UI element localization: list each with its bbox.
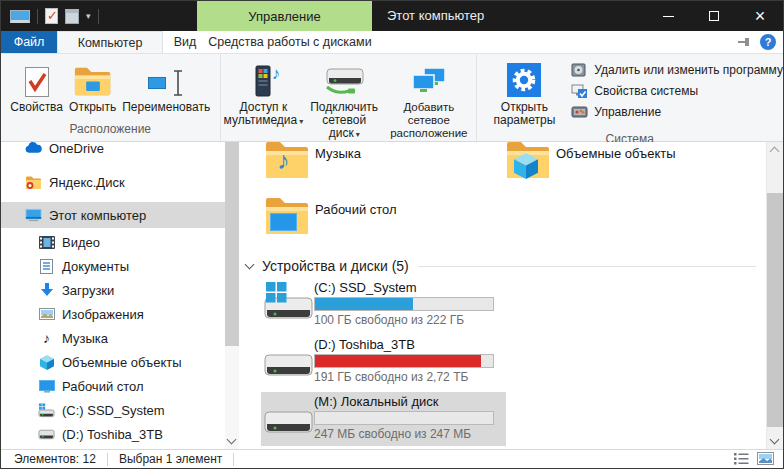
open-settings-label: Открыть параметры xyxy=(494,101,556,127)
open-button[interactable]: Открыть xyxy=(66,57,119,117)
maximize-button[interactable] xyxy=(691,1,737,31)
settings-gear-icon xyxy=(507,60,541,97)
uninstall-program-button[interactable]: Удалить или изменить программу xyxy=(570,62,783,78)
sidebar-item-desktop[interactable]: Рабочий стол xyxy=(1,374,225,398)
sidebar-item-label: OneDrive xyxy=(49,142,104,156)
open-settings-button[interactable]: Открыть параметры xyxy=(491,57,559,130)
drive-free-space: 100 ГБ свободно из 222 ГБ xyxy=(314,313,494,327)
desktop-icon xyxy=(38,378,55,395)
sidebar-item-drive-d[interactable]: (D:) Toshiba_3TB xyxy=(1,422,225,446)
dropdown-caret-icon: ▾ xyxy=(356,130,360,139)
sidebar-item-videos[interactable]: Видео xyxy=(1,230,225,254)
sidebar-scrollbar[interactable] xyxy=(225,142,239,449)
add-network-location-button[interactable]: Добавить сетевое расположение xyxy=(382,57,475,143)
uninstall-program-icon xyxy=(570,62,588,78)
folder-icon xyxy=(506,142,550,180)
manage-button[interactable]: Управление xyxy=(570,104,661,120)
ribbon-group-system: Открыть параметры Удалить или изменить п… xyxy=(476,54,783,141)
drive-usage-fill xyxy=(315,298,413,310)
sidebar-item-label: (C:) SSD_System xyxy=(62,403,165,418)
sidebar-item-label: Яндекс.Диск xyxy=(49,175,125,190)
maximize-icon xyxy=(709,11,719,21)
contextual-tab-header-manage[interactable]: Управление xyxy=(197,1,372,31)
drive-usage-bar xyxy=(314,297,494,311)
music-note-icon: ♪ xyxy=(272,67,281,80)
music-note-icon: ♪ xyxy=(277,146,290,175)
properties-label: Свойства xyxy=(10,101,63,114)
folder-tile-desktop[interactable]: Рабочий стол xyxy=(261,195,501,247)
sidebar-item-label: Видео xyxy=(62,235,100,250)
sidebar-item-drive-c[interactable]: (C:) SSD_System xyxy=(1,398,225,422)
media-access-button[interactable]: ♪ Доступ к мультимедиа▾ xyxy=(221,57,307,131)
this-pc-icon[interactable] xyxy=(10,10,30,23)
folder-label: Объемные объекты xyxy=(556,146,676,161)
group-label-location: Расположение xyxy=(1,120,220,141)
tab-view[interactable]: Вид xyxy=(163,31,207,53)
ribbon: Свойства Открыть xyxy=(1,54,783,142)
qat-separator xyxy=(37,9,38,24)
rename-button[interactable]: Переименовать xyxy=(119,57,213,117)
details-view-button[interactable] xyxy=(734,452,749,468)
rename-icon xyxy=(148,60,185,97)
system-properties-label: Свойства системы xyxy=(594,84,698,98)
map-network-drive-button[interactable]: Подключить сетевой диск▾ xyxy=(306,57,382,144)
drive-tile-m-selected[interactable]: (M:) Локальный диск 247 МБ свободно из 2… xyxy=(261,392,506,446)
sidebar-item-music[interactable]: ♪ Музыка xyxy=(1,326,225,350)
drive-tile-d[interactable]: (D:) Toshiba_3TB 191 ГБ свободно из 2,72… xyxy=(261,335,506,389)
new-folder-qat-icon[interactable] xyxy=(65,9,79,24)
sidebar-item-documents[interactable]: Документы xyxy=(1,254,225,278)
sidebar-item-label: (D:) Toshiba_3TB xyxy=(62,427,163,442)
drive-icon xyxy=(264,348,314,389)
system-small-buttons: Удалить или изменить программу Свойства … xyxy=(570,57,783,120)
scrollbar-thumb[interactable] xyxy=(767,193,783,427)
music-note-icon: ♪ xyxy=(38,330,55,347)
vertical-scrollbar[interactable] xyxy=(766,142,783,449)
drive-usage-bar xyxy=(314,354,494,368)
tab-computer[interactable]: Компьютер xyxy=(57,31,163,53)
drive-tile-c[interactable]: (C:) SSD_System 100 ГБ свободно из 222 Г… xyxy=(261,278,506,332)
scroll-down-icon[interactable] xyxy=(771,436,778,443)
sidebar-item-yandex-disk[interactable]: Яндекс.Диск xyxy=(1,170,225,194)
tab-disk-tools[interactable]: Средства работы с дисками xyxy=(207,31,373,53)
sidebar-item-this-pc[interactable]: Этот компьютер xyxy=(1,202,225,228)
folder-icon xyxy=(265,196,309,236)
close-button[interactable]: × xyxy=(737,1,783,31)
system-properties-button[interactable]: Свойства системы xyxy=(570,83,698,99)
explorer-body: OneDrive Яндекс.Диск xyxy=(1,142,783,449)
qat-separator xyxy=(98,9,99,24)
folder-icon: ♪ xyxy=(265,142,309,180)
qat-customize-caret-icon[interactable]: ▾ xyxy=(86,11,91,21)
collapse-chevron-icon[interactable] xyxy=(245,259,255,269)
scroll-up-icon[interactable] xyxy=(771,148,778,155)
folder-label: Рабочий стол xyxy=(315,202,397,217)
section-divider xyxy=(418,266,756,267)
window-title: Этот компьютер xyxy=(387,1,484,31)
tab-file[interactable]: Файл xyxy=(1,31,57,53)
minimize-button[interactable] xyxy=(645,1,691,31)
downloads-icon xyxy=(38,282,55,299)
status-selection: Выбран 1 элемент xyxy=(119,452,222,466)
drive-icon xyxy=(264,405,314,446)
pin-ribbon-icon[interactable] xyxy=(738,37,751,47)
sidebar-item-3d-objects[interactable]: Объемные объекты xyxy=(1,350,225,374)
folder-tile-music[interactable]: ♪ Музыка xyxy=(261,142,501,191)
properties-qat-icon[interactable]: ✓ xyxy=(45,8,58,24)
sidebar-scroll-down-icon[interactable] xyxy=(228,436,235,443)
sidebar-item-pictures[interactable]: Изображения xyxy=(1,302,225,326)
folder-tile-3d-objects[interactable]: Объемные объекты xyxy=(502,142,742,191)
network-location-icon xyxy=(412,60,446,97)
sidebar-item-label: Рабочий стол xyxy=(62,379,144,394)
thumbnails-view-button[interactable] xyxy=(757,452,774,468)
properties-button[interactable]: Свойства xyxy=(7,57,66,117)
network-drive-icon xyxy=(323,60,365,97)
sidebar-scrollbar-thumb[interactable] xyxy=(225,142,239,346)
section-header-devices[interactable]: Устройства и диски (5) xyxy=(246,258,756,274)
documents-icon xyxy=(38,258,55,275)
open-label: Открыть xyxy=(69,101,116,114)
navigation-pane: OneDrive Яндекс.Диск xyxy=(1,142,225,449)
sidebar-item-onedrive[interactable]: OneDrive xyxy=(1,142,225,160)
ribbon-group-location: Свойства Открыть xyxy=(1,54,220,141)
sidebar-item-downloads[interactable]: Загрузки xyxy=(1,278,225,302)
help-icon[interactable]: ? xyxy=(760,34,776,50)
section-title: Устройства и диски (5) xyxy=(262,258,409,274)
